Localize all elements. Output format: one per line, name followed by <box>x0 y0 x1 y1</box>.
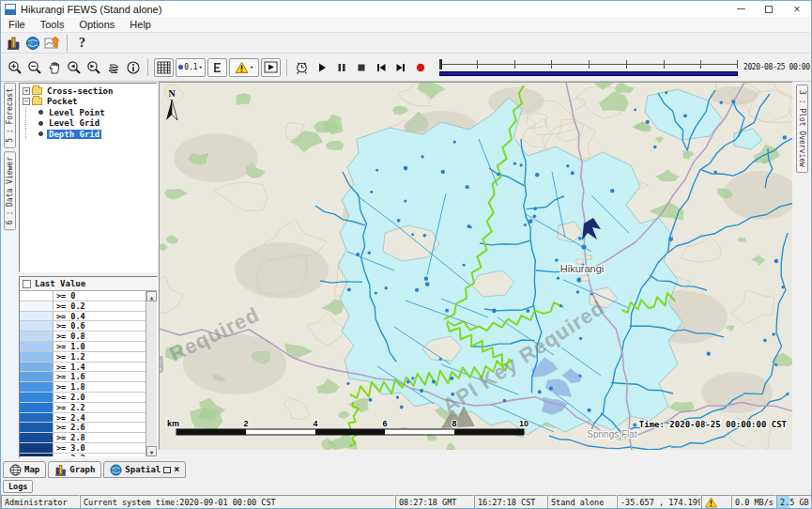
tab-graph[interactable]: Graph <box>48 461 101 478</box>
contour-interval-dropdown[interactable]: 0.1 ▾ <box>176 58 206 77</box>
stop-button[interactable] <box>351 58 371 77</box>
interval-value: 0.1 <box>184 63 197 71</box>
help-icon: ? <box>79 36 85 51</box>
tree-item[interactable]: +Cross-section <box>22 85 157 97</box>
time-slider-tick <box>664 60 665 69</box>
status-text: 2.5 GB <box>780 498 809 507</box>
scale-tick-label: 10 <box>519 419 529 428</box>
menu-tools[interactable]: Tools <box>33 19 72 30</box>
wire-globe-icon <box>9 464 22 476</box>
restore-panel-icon[interactable] <box>163 467 171 473</box>
status-text: Stand alone <box>551 498 604 507</box>
step-back-button[interactable] <box>371 58 391 77</box>
legend-swatch <box>20 372 54 381</box>
tab-forecast[interactable]: 5 : Forecast <box>4 83 16 148</box>
status-cell-alerts[interactable] <box>701 495 731 509</box>
menu-bar: File Tools Options Help <box>1 17 811 33</box>
minimize-icon <box>737 8 745 9</box>
play-icon <box>315 61 329 74</box>
animation-window-button[interactable] <box>261 58 281 77</box>
last-value-checkbox[interactable] <box>23 280 31 288</box>
time-slider-handle[interactable] <box>439 59 442 69</box>
status-cell-cursor-coordinates: -35.657 , 174.199 <box>617 495 701 509</box>
close-panel-icon[interactable]: × <box>174 465 179 474</box>
menu-help[interactable]: Help <box>122 19 159 30</box>
legend-row: >= 1.0 <box>20 342 146 352</box>
timeseries-dialog-button[interactable] <box>42 34 62 53</box>
zoom-in-button[interactable] <box>5 58 24 77</box>
close-button[interactable]: × <box>783 1 811 17</box>
play-button[interactable] <box>312 58 331 77</box>
grid-display-button[interactable] <box>154 58 174 77</box>
scroll-down-icon[interactable]: ▼ <box>146 446 157 456</box>
info-icon <box>126 60 141 75</box>
play-frame-icon <box>264 61 278 73</box>
step-back-icon <box>375 61 388 74</box>
legend-threshold-label: >= 0.2 <box>54 301 146 311</box>
grid-icon <box>157 61 171 74</box>
help-button[interactable]: ? <box>72 34 92 53</box>
hand-icon <box>47 60 62 75</box>
time-slider[interactable] <box>439 58 738 77</box>
maximize-button[interactable] <box>755 1 783 17</box>
tree-expand-toggle[interactable]: + <box>23 87 30 95</box>
tab-data-viewer[interactable]: 6 : Data Viewer <box>4 151 16 230</box>
tab-map[interactable]: Map <box>3 461 46 478</box>
pause-button[interactable] <box>331 58 351 77</box>
tab-plot-overview[interactable]: 3 : Plot Overview <box>796 85 808 173</box>
record-icon <box>414 61 427 74</box>
legend-swatch <box>20 382 54 392</box>
map-canvas[interactable]: API Key Required API Key Required Hikura… <box>159 82 792 450</box>
tree-expand-toggle[interactable]: − <box>23 98 30 105</box>
time-span-bar <box>439 71 738 76</box>
layers-button[interactable] <box>103 58 123 77</box>
profile-button[interactable] <box>207 58 227 77</box>
north-label: N <box>168 88 176 99</box>
main-area: 5 : Forecast 6 : Data Viewer +Cross-sect… <box>1 82 811 459</box>
step-forward-button[interactable] <box>391 58 410 77</box>
app-window: Hikurangi FEWS (Stand alone) × File Tool… <box>0 0 812 509</box>
legend-row: >= 2.2 <box>20 403 146 413</box>
interval-dot-icon <box>178 65 183 69</box>
legend-threshold-label: >= 2.4 <box>54 413 146 423</box>
data-viewer-panel: +Cross-section−PocketLevel PointLevel Gr… <box>18 82 159 459</box>
record-button[interactable] <box>410 58 430 77</box>
legend-threshold-label: >= 1.6 <box>54 372 146 381</box>
zoom-previous-button[interactable] <box>64 58 84 77</box>
status-cell-system-time: Current system time:2020-09-01 00:00 CST <box>80 495 395 509</box>
pan-button[interactable] <box>44 58 64 77</box>
warning-triangle-icon <box>235 61 249 74</box>
status-text: Administrator <box>5 498 68 507</box>
data-display-button[interactable] <box>3 34 23 53</box>
legend-swatch <box>20 342 54 351</box>
minimize-button[interactable] <box>727 1 755 17</box>
tree-item-label: Level Point <box>47 108 107 117</box>
longitudinal-profile-icon <box>212 61 223 74</box>
scale-tick-label: 2 <box>243 419 248 428</box>
legend-threshold-label: >= 1.2 <box>54 352 146 362</box>
chevron-down-icon: ▾ <box>199 64 203 71</box>
animation-settings-button[interactable] <box>292 58 312 77</box>
scroll-up-icon[interactable]: ▲ <box>146 291 157 301</box>
tab-spatial[interactable]: Spatial × <box>103 461 186 478</box>
legend-threshold-label: >= 1.8 <box>54 382 146 392</box>
logs-button[interactable]: Logs <box>3 480 33 493</box>
thresholds-dropdown[interactable]: ▾ <box>229 58 259 77</box>
tree-item[interactable]: Level Point <box>22 107 157 118</box>
info-button[interactable] <box>123 58 143 77</box>
spatial-display-button[interactable] <box>23 34 42 53</box>
legend-swatch <box>20 433 54 442</box>
zoom-out-button[interactable] <box>24 58 44 77</box>
time-slider-tick <box>626 60 627 69</box>
tree-item[interactable]: Depth Grid <box>22 129 157 140</box>
zoom-next-button[interactable] <box>84 58 103 77</box>
map-panel: API Key Required API Key Required Hikura… <box>159 82 792 459</box>
zoom-out-icon <box>27 60 42 75</box>
tree-item[interactable]: Level Grid <box>22 118 157 130</box>
legend-scrollbar[interactable]: ▲ ▼ <box>146 291 157 456</box>
tree-item[interactable]: −Pocket <box>22 97 157 108</box>
map-svg: API Key Required API Key Required Hikura… <box>160 83 792 450</box>
menu-options[interactable]: Options <box>71 19 122 30</box>
status-cell-network-rate: 0.0 MB/s <box>731 495 776 509</box>
menu-file[interactable]: File <box>1 19 33 30</box>
